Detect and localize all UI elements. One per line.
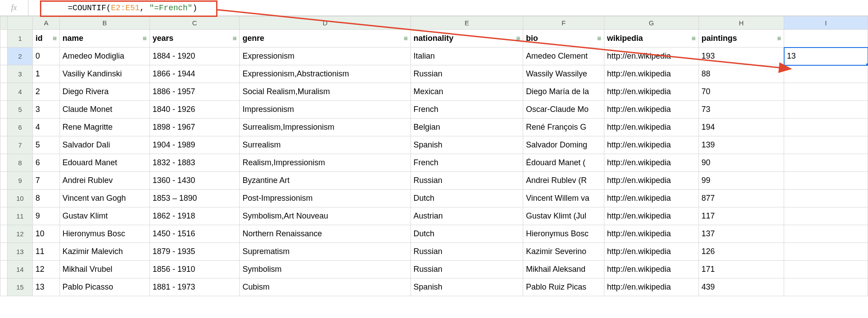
cell[interactable]: Byzantine Art	[240, 172, 410, 190]
cell[interactable]: Symbolism,Art Nouveau	[240, 207, 410, 225]
cell[interactable]: Cubism	[240, 278, 410, 296]
cell[interactable]: 73	[698, 101, 784, 119]
row-header[interactable]: 7	[8, 136, 33, 154]
filter-icon[interactable]: ≡	[233, 35, 237, 43]
filter-icon[interactable]: ≡	[777, 35, 781, 43]
cell[interactable]: http://en.wikipedia	[604, 207, 698, 225]
cell[interactable]: 4	[33, 119, 60, 136]
cell[interactable]: 1	[33, 65, 60, 83]
cell[interactable]: Mikhail Vrubel	[59, 261, 150, 278]
row-header[interactable]: 12	[8, 225, 33, 243]
cell[interactable]	[784, 278, 868, 296]
cell[interactable]: 1904 - 1989	[150, 136, 240, 154]
cell[interactable]: 7	[33, 172, 60, 190]
header-cell-A[interactable]: id≡	[33, 30, 60, 48]
cell[interactable]: Amedeo Modiglia	[59, 48, 150, 65]
cell[interactable]: 1853 – 1890	[150, 190, 240, 207]
cell[interactable]	[784, 154, 868, 172]
cell[interactable]: 1832 - 1883	[150, 154, 240, 172]
cell[interactable]: http://en.wikipedia	[604, 65, 698, 83]
cell[interactable]	[784, 65, 868, 83]
cell[interactable]: 88	[698, 65, 784, 83]
cell[interactable]: Diego Rivera	[59, 83, 150, 101]
cell[interactable]: 12	[33, 261, 60, 278]
cell[interactable]: http://en.wikipedia	[604, 225, 698, 243]
cell[interactable]	[784, 136, 868, 154]
cell[interactable]: 13	[33, 278, 60, 296]
filter-icon[interactable]: ≡	[142, 35, 146, 43]
cell[interactable]: http://en.wikipedia	[604, 190, 698, 207]
cell[interactable]: Expressionism	[240, 48, 410, 65]
cell[interactable]: Diego María de la	[523, 83, 604, 101]
cell[interactable]: Hieronymus Bosc	[523, 225, 604, 243]
cell[interactable]: Surrealism	[240, 136, 410, 154]
cell[interactable]: 10	[33, 225, 60, 243]
cell[interactable]: 0	[33, 48, 60, 65]
cell[interactable]: Suprematism	[240, 243, 410, 261]
cell[interactable]: Salvador Dali	[59, 136, 150, 154]
filter-icon[interactable]: ≡	[691, 35, 695, 43]
cell[interactable]: Andrei Rublev	[59, 172, 150, 190]
cell[interactable]: Vasiliy Kandinski	[59, 65, 150, 83]
cell[interactable]: http://en.wikipedia	[604, 48, 698, 65]
cell[interactable]: http://en.wikipedia	[604, 83, 698, 101]
header-cell-E[interactable]: nationality≡	[410, 30, 523, 48]
header-cell-D[interactable]: genre≡	[240, 30, 410, 48]
select-all-corner[interactable]	[0, 16, 8, 30]
cell[interactable]: Vincent van Gogh	[59, 190, 150, 207]
cell[interactable]: Impressionism	[240, 101, 410, 119]
cell[interactable]: Spanish	[410, 278, 523, 296]
cell[interactable]: Kazimir Severino	[523, 243, 604, 261]
cell[interactable]	[784, 190, 868, 207]
row-header[interactable]: 10	[8, 190, 33, 207]
cell[interactable]: Rene Magritte	[59, 119, 150, 136]
row-header[interactable]: 4	[8, 83, 33, 101]
cell[interactable]: http://en.wikipedia	[604, 101, 698, 119]
cell[interactable]: Russian	[410, 172, 523, 190]
row-header[interactable]: 3	[8, 65, 33, 83]
cell[interactable]: Dutch	[410, 190, 523, 207]
cell[interactable]	[784, 83, 868, 101]
cell[interactable]: Russian	[410, 243, 523, 261]
cell[interactable]: French	[410, 154, 523, 172]
cell[interactable]: Mikhail Aleksand	[523, 261, 604, 278]
cell[interactable]: Edouard Manet	[59, 154, 150, 172]
cell[interactable]: 8	[33, 190, 60, 207]
cell[interactable]: Claude Monet	[59, 101, 150, 119]
cell[interactable]	[784, 207, 868, 225]
cell[interactable]: Gustav Klimt (Jul	[523, 207, 604, 225]
col-header-E[interactable]: E	[410, 16, 523, 30]
cell[interactable]: http://en.wikipedia	[604, 136, 698, 154]
row-header[interactable]: 8	[8, 154, 33, 172]
header-cell-I[interactable]	[784, 30, 868, 48]
cell[interactable]: 1881 - 1973	[150, 278, 240, 296]
cell[interactable]: Expressionism,Abstractionism	[240, 65, 410, 83]
active-cell[interactable]: 13	[784, 48, 868, 65]
cell[interactable]: Russian	[410, 65, 523, 83]
cell[interactable]: French	[410, 101, 523, 119]
row-header[interactable]: 15	[8, 278, 33, 296]
cell[interactable]: 1886 - 1957	[150, 83, 240, 101]
cell[interactable]: http://en.wikipedia	[604, 172, 698, 190]
header-cell-H[interactable]: paintings≡	[698, 30, 784, 48]
cell[interactable]: Vincent Willem va	[523, 190, 604, 207]
cell[interactable]: 193	[698, 48, 784, 65]
col-header-I[interactable]: I	[784, 16, 868, 30]
cell[interactable]: 194	[698, 119, 784, 136]
filter-icon[interactable]: ≡	[516, 35, 520, 43]
cell[interactable]: Mexican	[410, 83, 523, 101]
cell[interactable]: Post-Impressionism	[240, 190, 410, 207]
cell[interactable]	[784, 101, 868, 119]
cell[interactable]: Édouard Manet (	[523, 154, 604, 172]
cell[interactable]: Belgian	[410, 119, 523, 136]
header-cell-F[interactable]: bio≡	[523, 30, 604, 48]
spreadsheet-grid[interactable]: A B C D E F G H I 1id≡name≡years≡genre≡n…	[0, 16, 868, 296]
cell[interactable]: 3	[33, 101, 60, 119]
col-header-H[interactable]: H	[698, 16, 784, 30]
cell-drag-handle[interactable]	[866, 63, 868, 65]
row-header[interactable]: 1	[8, 30, 33, 48]
cell[interactable]: Salvador Doming	[523, 136, 604, 154]
cell[interactable]: Hieronymus Bosc	[59, 225, 150, 243]
cell[interactable]: Russian	[410, 261, 523, 278]
header-cell-C[interactable]: years≡	[150, 30, 240, 48]
